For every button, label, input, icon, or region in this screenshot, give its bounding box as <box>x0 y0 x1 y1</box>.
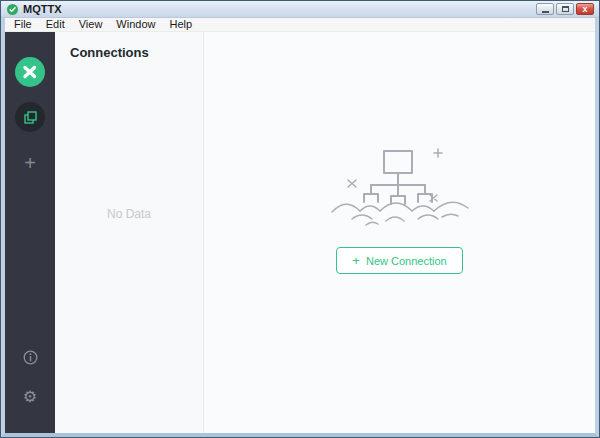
sidebar-item-new-connection[interactable]: + <box>24 153 36 173</box>
sidebar-item-logo[interactable] <box>15 57 45 102</box>
sidebar-item-about[interactable] <box>23 350 38 365</box>
menu-file[interactable]: File <box>7 19 39 30</box>
close-button[interactable]: x <box>576 3 594 15</box>
app-logo-icon <box>7 4 18 15</box>
main-panel: + New Connection <box>204 32 595 433</box>
mqttx-logo-icon <box>15 57 45 87</box>
menu-help[interactable]: Help <box>162 19 199 30</box>
window-frame: File Edit View Window Help <box>1 18 599 437</box>
new-connection-label: New Connection <box>366 255 447 267</box>
sidebar-item-connections[interactable] <box>15 102 45 153</box>
content-area: + ⚙ Connections No Data <box>5 32 595 433</box>
sidebar: + ⚙ <box>5 32 55 433</box>
menu-view[interactable]: View <box>72 19 110 30</box>
window-title: MQTTX <box>23 4 62 15</box>
minimize-button[interactable] <box>536 3 554 15</box>
menu-edit[interactable]: Edit <box>39 19 72 30</box>
about-info-icon <box>23 350 38 365</box>
menubar: File Edit View Window Help <box>5 18 595 32</box>
window-controls: x <box>536 3 594 15</box>
plus-icon: + <box>352 254 360 267</box>
new-connection-button[interactable]: + New Connection <box>336 247 462 274</box>
settings-gear-icon: ⚙ <box>23 389 37 405</box>
connections-panel: Connections No Data <box>55 32 204 433</box>
app-window: MQTTX x File Edit View Window Help <box>0 0 600 438</box>
empty-state-illustration <box>330 139 470 227</box>
menu-window[interactable]: Window <box>109 19 162 30</box>
new-connection-plus-icon: + <box>24 152 36 174</box>
maximize-icon <box>562 6 569 12</box>
sidebar-item-settings[interactable]: ⚙ <box>23 389 37 405</box>
page-title: Connections <box>55 32 203 60</box>
minimize-icon <box>542 11 549 13</box>
empty-list-text: No Data <box>55 207 203 221</box>
maximize-button[interactable] <box>556 3 574 15</box>
titlebar[interactable]: MQTTX x <box>1 1 599 18</box>
connections-icon <box>15 102 45 132</box>
close-icon: x <box>582 5 587 14</box>
